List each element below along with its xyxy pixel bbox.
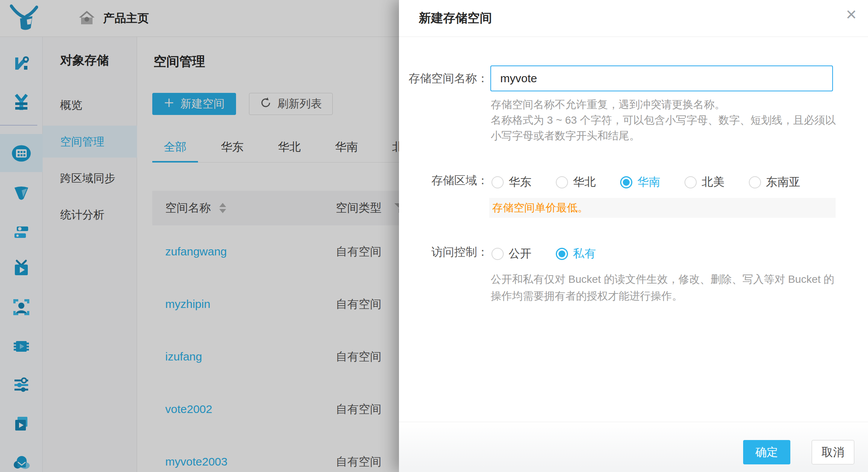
region-option-huabei[interactable]: 华北 (556, 174, 596, 190)
access-control-help: 公开和私有仅对 Bucket 的读文件生效，修改、删除、写入等对 Bucket … (491, 271, 838, 305)
cancel-button[interactable]: 取消 (812, 440, 854, 464)
radio-icon (491, 176, 504, 188)
region-radio-group: 华东 华北 华南 北美 东南亚 (491, 174, 800, 190)
access-option-private[interactable]: 私有 (556, 246, 596, 262)
radio-selected-icon (556, 248, 568, 260)
radio-selected-icon (620, 176, 632, 188)
radio-icon (685, 176, 697, 188)
radio-icon (556, 176, 568, 188)
region-option-beimei[interactable]: 北美 (685, 174, 724, 190)
region-option-huanan[interactable]: 华南 (620, 174, 660, 190)
access-control-label: 访问控制： (399, 246, 488, 258)
confirm-button[interactable]: 确定 (743, 440, 790, 464)
access-radio-group: 公开 私有 (491, 246, 596, 262)
region-option-huadong[interactable]: 华东 (491, 174, 531, 190)
region-price-note: 存储空间单价最低。 (489, 198, 836, 218)
close-icon[interactable]: × (846, 5, 857, 24)
modal-title: 新建存储空间 (419, 10, 492, 27)
modal-header: 新建存储空间 × (399, 0, 868, 37)
create-bucket-modal: 新建存储空间 × 存储空间名称： 存储空间名称不允许重复，遇到冲突请更换名称。 … (399, 0, 868, 472)
screen: 产品主页 (0, 0, 868, 472)
radio-icon (491, 248, 504, 260)
bucket-name-label: 存储空间名称： (399, 65, 488, 91)
region-label: 存储区域： (399, 174, 488, 187)
bucket-name-input[interactable] (490, 65, 833, 91)
radio-icon (749, 176, 761, 188)
modal-footer: 确定 取消 (399, 422, 868, 472)
region-option-dongnanya[interactable]: 东南亚 (749, 174, 800, 190)
access-option-public[interactable]: 公开 (491, 246, 531, 262)
bucket-name-help: 存储空间名称不允许重复，遇到冲突请更换名称。 名称格式为 3 ~ 63 个字符，… (491, 97, 838, 144)
